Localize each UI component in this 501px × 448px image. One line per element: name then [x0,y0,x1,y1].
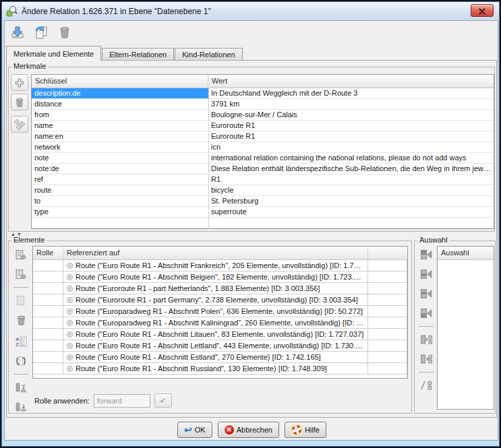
duplicate-relation-button[interactable] [31,23,51,42]
doc-arrow-icon [15,249,27,261]
add-selection-above-button[interactable] [417,265,436,283]
member-ref-text: Route ("Europaradweg R1 - Abschnitt Pole… [76,306,363,317]
toolbar-separator [13,287,28,288]
add-selection-at-start-button[interactable] [417,246,436,263]
property-row[interactable]: name:en Euroroute R1 [32,131,494,142]
paste-tags-button[interactable] [11,116,28,133]
apply-changes-button[interactable] [7,23,28,42]
move-member-up-button[interactable] [11,246,30,263]
relation-icon [66,274,73,281]
member-row[interactable]: Route ("Euro Route R1 - Abschnitt Frankr… [33,260,407,271]
remove-selected-members-button[interactable] [417,377,436,394]
member-ref-text: Route ("Euroroute R1 - part Netherlands"… [76,283,320,294]
add-tag-button[interactable] [11,74,28,91]
relation-icon [66,354,73,361]
member-ref: Route ("Euro Route R1 - Abschnitt Russla… [63,363,368,374]
role-input[interactable] [94,394,150,408]
column-header-role[interactable]: Rolle [33,247,63,259]
property-row[interactable]: to St. Petersburg [32,196,494,207]
column-header-key[interactable]: Schlüssel [32,75,208,88]
toolbar-separator [419,372,434,373]
property-value: Boulogne-sur-Mer / Calais [208,110,494,120]
member-row[interactable]: Route ("Euro Route R1 - Abschnitt Lettla… [33,340,407,352]
member-row[interactable]: Route ("Euroroute R1 - part Netherlands"… [33,283,407,294]
selection-group-label: Auswahl [417,236,450,244]
cancel-button[interactable]: ✕ Abbrechen [218,422,279,438]
member-row[interactable]: Route ("Euro Route R1 - Abschnitt Litaue… [33,329,407,340]
member-row[interactable]: Route ("Euro Route R1 - Abschnitt Belgie… [33,271,407,283]
property-key: to [32,196,208,206]
select-members-button[interactable] [417,331,436,348]
member-ref: Route ("Europaradweg R1 - Abschnitt Pole… [63,306,368,317]
select-members-icon [420,333,433,346]
add-selection-at-end-button[interactable] [417,305,436,322]
add-selection-below-button[interactable] [417,285,436,302]
ok-button[interactable]: ↩ OK [177,422,212,438]
member-row[interactable]: Route ("Europaradweg R1 - Abschnitt Pole… [33,306,407,317]
property-key: note:de [32,164,208,174]
delete-tag-button[interactable] [11,94,28,110]
remove-member-button[interactable] [11,311,30,329]
property-row[interactable]: description:de In Deutschland Weggleich … [32,88,494,99]
column-header-value[interactable]: Wert [208,75,494,88]
tab-eltern-relationen[interactable]: Eltern-Relationen [102,48,174,61]
add-selected-after-button[interactable] [11,265,30,283]
download-incomplete-members-button[interactable] [11,398,30,416]
members-toolbar: A Z [10,246,32,418]
property-key: description:de [32,88,208,98]
member-ref-text: Route ("Europaradweg R1 - Abschnitt Kali… [76,317,365,328]
help-button[interactable]: Hilfe [285,422,326,438]
tab-kind-relationen[interactable]: Kind-Relationen [175,48,242,61]
member-role [33,260,63,271]
member-row[interactable]: Route ("Euro Route R1 - Abschnitt Russla… [33,363,407,375]
property-row[interactable]: route bicycle [32,185,494,196]
download-members-button[interactable] [11,379,30,396]
property-row[interactable]: ref R1 [32,174,494,185]
member-role [33,271,63,282]
help-button-label: Hilfe [305,426,320,434]
apply-role-label: Rolle anwenden: [34,397,90,405]
member-row[interactable]: Route ("Europaradweg R1 - Abschnitt Kali… [33,317,407,329]
column-header-ref[interactable]: Referenziert auf [63,247,368,259]
apply-download-icon [9,24,26,40]
column-header-selection[interactable]: Auswahl [438,247,494,259]
property-row[interactable]: note:de Diese Relation enthält länderspe… [32,164,494,174]
property-row[interactable]: note international relation containing t… [32,153,494,164]
property-value: bicycle [208,185,494,195]
relation-icon [66,319,73,327]
trash-icon [58,25,71,40]
relation-editor-dialog: Merkmale und Elemente Eltern-Relationen … [4,20,498,441]
property-row[interactable]: name Euroroute R1 [32,121,494,131]
close-button[interactable] [471,4,494,17]
member-ref-text: Route ("Euro Route R1 - Abschnitt Russla… [76,363,327,374]
property-key: type [32,207,208,217]
column-header-link[interactable] [368,247,407,259]
delete-relation-button[interactable] [55,23,75,42]
copy-member-button[interactable] [11,292,30,309]
relation-icon [66,285,73,292]
member-row[interactable]: Route ("Euroroute R1 - part Germany", 2.… [33,294,407,306]
apply-role-button[interactable]: ✔ [154,393,172,408]
relation-icon [66,296,73,304]
properties-table-body: description:de In Deutschland Weggleich … [32,88,494,229]
select-objects-button[interactable] [417,350,436,368]
property-row[interactable] [32,218,494,228]
sort-members-button[interactable]: A Z [11,333,30,350]
property-row[interactable]: network icn [32,142,494,153]
property-row[interactable]: distance 3791 km [32,99,494,110]
relation-icon [66,342,73,350]
reverse-order-button[interactable] [11,352,30,370]
property-key: name [32,121,208,131]
selection-table-header: Auswahl [438,247,494,260]
property-row[interactable]: from Boulogne-sur-Mer / Calais [32,110,494,121]
tab-merkmale-und-elemente[interactable]: Merkmale und Elemente [6,46,101,61]
property-key: route [32,185,208,195]
properties-group: Merkmale [8,67,495,232]
relation-icon [66,262,73,269]
property-row[interactable]: type superroute [32,207,494,218]
relation-icon [66,331,73,338]
property-value: St. Petersburg [208,196,494,206]
member-role [33,340,63,351]
svg-text:Z: Z [16,342,19,348]
member-row[interactable]: Route ("Euro Route R1 - Abschnitt Estlan… [33,352,407,363]
